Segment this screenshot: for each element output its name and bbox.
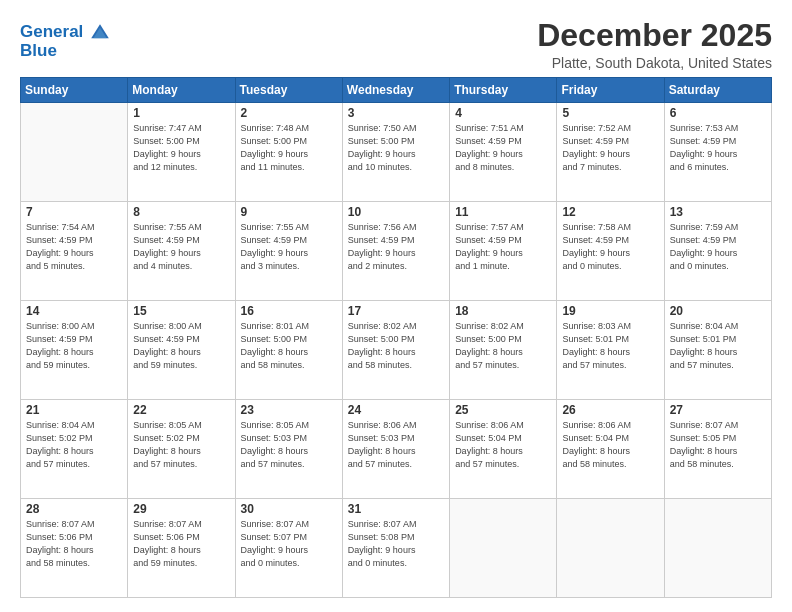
day-info: Sunrise: 7:48 AM Sunset: 5:00 PM Dayligh…	[241, 122, 337, 174]
table-row	[557, 499, 664, 598]
table-row: 29Sunrise: 8:07 AM Sunset: 5:06 PM Dayli…	[128, 499, 235, 598]
day-info: Sunrise: 8:07 AM Sunset: 5:06 PM Dayligh…	[133, 518, 229, 570]
table-row: 11Sunrise: 7:57 AM Sunset: 4:59 PM Dayli…	[450, 202, 557, 301]
table-row: 7Sunrise: 7:54 AM Sunset: 4:59 PM Daylig…	[21, 202, 128, 301]
day-number: 3	[348, 106, 444, 120]
day-number: 27	[670, 403, 766, 417]
table-row: 3Sunrise: 7:50 AM Sunset: 5:00 PM Daylig…	[342, 103, 449, 202]
table-row: 14Sunrise: 8:00 AM Sunset: 4:59 PM Dayli…	[21, 301, 128, 400]
table-row: 6Sunrise: 7:53 AM Sunset: 4:59 PM Daylig…	[664, 103, 771, 202]
day-info: Sunrise: 7:57 AM Sunset: 4:59 PM Dayligh…	[455, 221, 551, 273]
day-number: 31	[348, 502, 444, 516]
day-info: Sunrise: 7:54 AM Sunset: 4:59 PM Dayligh…	[26, 221, 122, 273]
col-monday: Monday	[128, 78, 235, 103]
day-info: Sunrise: 8:07 AM Sunset: 5:06 PM Dayligh…	[26, 518, 122, 570]
day-number: 25	[455, 403, 551, 417]
day-number: 22	[133, 403, 229, 417]
day-info: Sunrise: 7:58 AM Sunset: 4:59 PM Dayligh…	[562, 221, 658, 273]
day-number: 15	[133, 304, 229, 318]
day-info: Sunrise: 8:07 AM Sunset: 5:07 PM Dayligh…	[241, 518, 337, 570]
col-sunday: Sunday	[21, 78, 128, 103]
day-info: Sunrise: 8:05 AM Sunset: 5:03 PM Dayligh…	[241, 419, 337, 471]
day-info: Sunrise: 7:56 AM Sunset: 4:59 PM Dayligh…	[348, 221, 444, 273]
day-number: 12	[562, 205, 658, 219]
table-row: 31Sunrise: 8:07 AM Sunset: 5:08 PM Dayli…	[342, 499, 449, 598]
col-wednesday: Wednesday	[342, 78, 449, 103]
day-info: Sunrise: 8:07 AM Sunset: 5:08 PM Dayligh…	[348, 518, 444, 570]
day-info: Sunrise: 7:55 AM Sunset: 4:59 PM Dayligh…	[133, 221, 229, 273]
day-number: 16	[241, 304, 337, 318]
day-number: 2	[241, 106, 337, 120]
table-row: 22Sunrise: 8:05 AM Sunset: 5:02 PM Dayli…	[128, 400, 235, 499]
table-row: 19Sunrise: 8:03 AM Sunset: 5:01 PM Dayli…	[557, 301, 664, 400]
day-info: Sunrise: 8:04 AM Sunset: 5:01 PM Dayligh…	[670, 320, 766, 372]
logo: General Blue	[20, 22, 111, 61]
calendar-week-row: 21Sunrise: 8:04 AM Sunset: 5:02 PM Dayli…	[21, 400, 772, 499]
day-info: Sunrise: 8:02 AM Sunset: 5:00 PM Dayligh…	[348, 320, 444, 372]
table-row: 23Sunrise: 8:05 AM Sunset: 5:03 PM Dayli…	[235, 400, 342, 499]
day-number: 5	[562, 106, 658, 120]
table-row: 2Sunrise: 7:48 AM Sunset: 5:00 PM Daylig…	[235, 103, 342, 202]
page: General Blue December 2025 Platte, South…	[0, 0, 792, 612]
day-number: 30	[241, 502, 337, 516]
table-row: 20Sunrise: 8:04 AM Sunset: 5:01 PM Dayli…	[664, 301, 771, 400]
table-row: 1Sunrise: 7:47 AM Sunset: 5:00 PM Daylig…	[128, 103, 235, 202]
calendar-week-row: 28Sunrise: 8:07 AM Sunset: 5:06 PM Dayli…	[21, 499, 772, 598]
calendar-week-row: 7Sunrise: 7:54 AM Sunset: 4:59 PM Daylig…	[21, 202, 772, 301]
day-number: 11	[455, 205, 551, 219]
day-number: 29	[133, 502, 229, 516]
day-number: 4	[455, 106, 551, 120]
table-row	[450, 499, 557, 598]
day-info: Sunrise: 7:50 AM Sunset: 5:00 PM Dayligh…	[348, 122, 444, 174]
table-row: 24Sunrise: 8:06 AM Sunset: 5:03 PM Dayli…	[342, 400, 449, 499]
header: General Blue December 2025 Platte, South…	[20, 18, 772, 71]
table-row: 15Sunrise: 8:00 AM Sunset: 4:59 PM Dayli…	[128, 301, 235, 400]
table-row: 26Sunrise: 8:06 AM Sunset: 5:04 PM Dayli…	[557, 400, 664, 499]
logo-general: General	[20, 22, 83, 41]
day-info: Sunrise: 8:01 AM Sunset: 5:00 PM Dayligh…	[241, 320, 337, 372]
day-number: 26	[562, 403, 658, 417]
day-number: 8	[133, 205, 229, 219]
table-row: 10Sunrise: 7:56 AM Sunset: 4:59 PM Dayli…	[342, 202, 449, 301]
day-info: Sunrise: 7:51 AM Sunset: 4:59 PM Dayligh…	[455, 122, 551, 174]
table-row: 5Sunrise: 7:52 AM Sunset: 4:59 PM Daylig…	[557, 103, 664, 202]
main-title: December 2025	[537, 18, 772, 53]
table-row: 30Sunrise: 8:07 AM Sunset: 5:07 PM Dayli…	[235, 499, 342, 598]
day-info: Sunrise: 8:03 AM Sunset: 5:01 PM Dayligh…	[562, 320, 658, 372]
table-row: 13Sunrise: 7:59 AM Sunset: 4:59 PM Dayli…	[664, 202, 771, 301]
table-row	[21, 103, 128, 202]
table-row: 4Sunrise: 7:51 AM Sunset: 4:59 PM Daylig…	[450, 103, 557, 202]
day-number: 14	[26, 304, 122, 318]
day-info: Sunrise: 8:06 AM Sunset: 5:04 PM Dayligh…	[562, 419, 658, 471]
day-number: 24	[348, 403, 444, 417]
subtitle: Platte, South Dakota, United States	[537, 55, 772, 71]
table-row: 18Sunrise: 8:02 AM Sunset: 5:00 PM Dayli…	[450, 301, 557, 400]
day-info: Sunrise: 7:59 AM Sunset: 4:59 PM Dayligh…	[670, 221, 766, 273]
day-number: 28	[26, 502, 122, 516]
day-info: Sunrise: 7:52 AM Sunset: 4:59 PM Dayligh…	[562, 122, 658, 174]
table-row: 28Sunrise: 8:07 AM Sunset: 5:06 PM Dayli…	[21, 499, 128, 598]
day-info: Sunrise: 8:02 AM Sunset: 5:00 PM Dayligh…	[455, 320, 551, 372]
table-row: 8Sunrise: 7:55 AM Sunset: 4:59 PM Daylig…	[128, 202, 235, 301]
table-row: 12Sunrise: 7:58 AM Sunset: 4:59 PM Dayli…	[557, 202, 664, 301]
day-number: 20	[670, 304, 766, 318]
day-info: Sunrise: 7:47 AM Sunset: 5:00 PM Dayligh…	[133, 122, 229, 174]
table-row: 9Sunrise: 7:55 AM Sunset: 4:59 PM Daylig…	[235, 202, 342, 301]
title-block: December 2025 Platte, South Dakota, Unit…	[537, 18, 772, 71]
day-number: 19	[562, 304, 658, 318]
day-number: 6	[670, 106, 766, 120]
col-friday: Friday	[557, 78, 664, 103]
day-number: 18	[455, 304, 551, 318]
day-number: 1	[133, 106, 229, 120]
day-info: Sunrise: 7:55 AM Sunset: 4:59 PM Dayligh…	[241, 221, 337, 273]
day-number: 23	[241, 403, 337, 417]
day-info: Sunrise: 8:00 AM Sunset: 4:59 PM Dayligh…	[26, 320, 122, 372]
day-info: Sunrise: 8:07 AM Sunset: 5:05 PM Dayligh…	[670, 419, 766, 471]
calendar: Sunday Monday Tuesday Wednesday Thursday…	[20, 77, 772, 598]
day-info: Sunrise: 7:53 AM Sunset: 4:59 PM Dayligh…	[670, 122, 766, 174]
day-number: 17	[348, 304, 444, 318]
table-row: 16Sunrise: 8:01 AM Sunset: 5:00 PM Dayli…	[235, 301, 342, 400]
day-number: 13	[670, 205, 766, 219]
col-thursday: Thursday	[450, 78, 557, 103]
day-info: Sunrise: 8:05 AM Sunset: 5:02 PM Dayligh…	[133, 419, 229, 471]
